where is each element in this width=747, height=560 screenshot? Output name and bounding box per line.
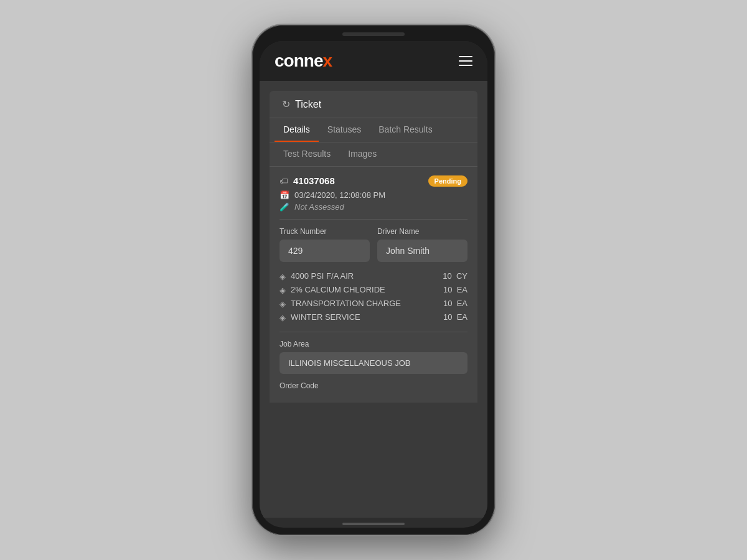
line-item-qty: 10 EA: [430, 312, 467, 322]
line-item: ◈ 4000 PSI F/A AIR 10 CY: [280, 269, 467, 283]
truck-number-input[interactable]: [280, 240, 370, 262]
hamburger-menu-button[interactable]: [459, 56, 472, 66]
truck-number-label: Truck Number: [280, 227, 370, 236]
driver-name-input[interactable]: [377, 240, 467, 262]
divider-2: [280, 332, 467, 332]
driver-name-label: Driver Name: [377, 227, 467, 236]
cube-icon: ◈: [280, 272, 286, 281]
assessment-line: 🧪 Not Assessed: [280, 202, 467, 212]
ticket-date: 03/24/2020, 12:08:08 PM: [294, 190, 385, 200]
line-item-name: 4000 PSI F/A AIR: [291, 271, 430, 281]
divider-1: [280, 219, 467, 220]
cube-icon: ◈: [280, 286, 286, 295]
truck-driver-row: Truck Number Driver Name: [280, 227, 467, 262]
line-item-name: WINTER SERVICE: [291, 312, 430, 322]
ticket-header: ↻ Ticket: [270, 91, 477, 118]
line-item: ◈ TRANSPORTATION CHARGE 10 EA: [280, 297, 467, 310]
logo-x: x: [322, 51, 332, 70]
calendar-icon: 📅: [280, 190, 289, 200]
status-badge: Pending: [428, 175, 467, 187]
ticket-number-line: 🏷 41037068: [280, 175, 335, 186]
tabs-row2: Test Results Images: [270, 142, 477, 166]
cube-icon: ◈: [280, 299, 286, 309]
line-item-qty: 10 EA: [430, 299, 467, 308]
line-item: ◈ 2% CALCIUM CHLORIDE 10 EA: [280, 283, 467, 297]
job-area-label: Job Area: [280, 340, 467, 348]
phone-screen: connex ↻ Ticket Details Statuses Batch R…: [260, 41, 487, 528]
line-items-list: ◈ 4000 PSI F/A AIR 10 CY ◈ 2% CALCIUM CH…: [280, 269, 467, 324]
line-item-name: 2% CALCIUM CHLORIDE: [291, 285, 430, 294]
ticket-info-row: 🏷 41037068 Pending: [280, 175, 467, 187]
tab-details[interactable]: Details: [275, 118, 319, 142]
cube-icon: ◈: [280, 313, 286, 322]
assessment-status: Not Assessed: [294, 202, 344, 212]
logo-text: conne: [275, 51, 322, 70]
job-area-input[interactable]: [280, 352, 467, 374]
date-line: 📅 03/24/2020, 12:08:08 PM: [280, 190, 467, 200]
tab-images[interactable]: Images: [339, 142, 385, 166]
line-item-name: TRANSPORTATION CHARGE: [291, 299, 430, 308]
line-item-qty: 10 EA: [430, 285, 467, 294]
tabs-row1: Details Statuses Batch Results: [270, 118, 477, 142]
tab-statuses[interactable]: Statuses: [319, 118, 370, 142]
app-logo: connex: [275, 51, 332, 71]
truck-number-group: Truck Number: [280, 227, 370, 262]
refresh-icon[interactable]: ↻: [282, 98, 290, 110]
nav-bar: connex: [260, 41, 487, 81]
tab-test-results[interactable]: Test Results: [275, 142, 339, 166]
line-item-qty: 10 CY: [430, 271, 467, 281]
details-section: 🏷 41037068 Pending 📅 03/24/2020, 12:08:0…: [270, 166, 477, 403]
driver-name-group: Driver Name: [377, 227, 467, 262]
tab-batch-results[interactable]: Batch Results: [370, 118, 441, 142]
line-item: ◈ WINTER SERVICE 10 EA: [280, 310, 467, 324]
flask-icon: 🧪: [280, 202, 289, 212]
spacer: [260, 403, 487, 409]
phone-notch: [342, 32, 405, 36]
order-code-label: Order Code: [280, 381, 467, 390]
ticket-header-title: Ticket: [295, 99, 321, 110]
main-content: ↻ Ticket Details Statuses Batch Results …: [260, 81, 487, 518]
ticket-number: 41037068: [293, 175, 335, 186]
phone-frame: connex ↻ Ticket Details Statuses Batch R…: [252, 25, 495, 535]
tag-icon: 🏷: [280, 176, 288, 186]
home-bar: [342, 523, 405, 525]
